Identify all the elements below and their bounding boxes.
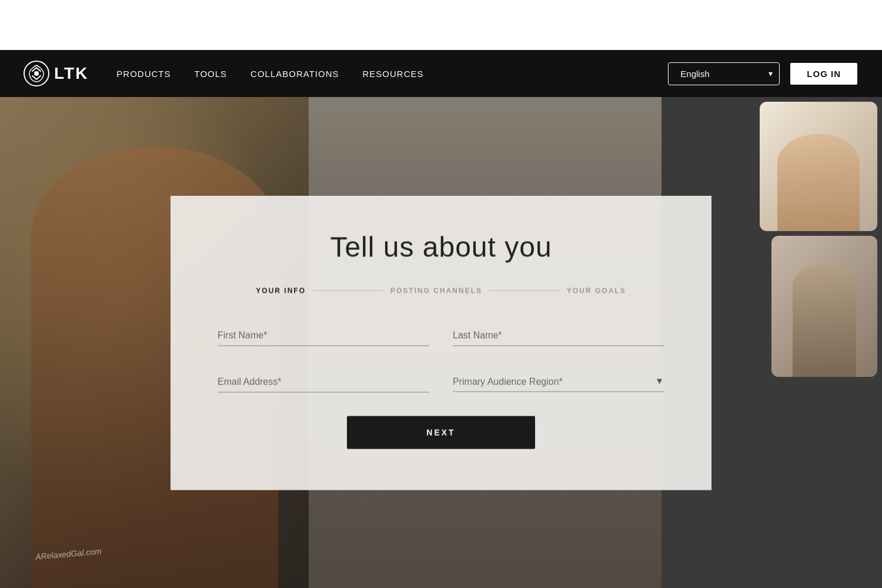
first-name-field <box>218 323 429 346</box>
logo-text: LTK <box>54 64 88 83</box>
language-select[interactable]: English Spanish French German <box>668 62 780 85</box>
last-name-input[interactable] <box>453 323 664 346</box>
hero-section: ARelaxedGal.com Tell us about you YOUR I… <box>0 97 882 588</box>
step-line-2 <box>489 290 560 291</box>
registration-form: Tell us about you YOUR INFO POSTING CHAN… <box>171 195 711 490</box>
last-name-field <box>453 323 664 346</box>
next-button[interactable]: NEXT <box>347 416 535 449</box>
step-line-1 <box>313 290 383 291</box>
step-your-info: YOUR INFO <box>256 286 306 295</box>
form-title: Tell us about you <box>218 230 664 263</box>
logo[interactable]: LTK <box>24 61 88 86</box>
language-selector-wrapper: English Spanish French German <box>668 62 780 85</box>
email-input[interactable] <box>218 369 429 392</box>
nav-link-tools[interactable]: TOOLS <box>195 69 228 79</box>
step-label-your-goals: YOUR GOALS <box>567 286 626 295</box>
photo-card-bottom <box>771 236 877 377</box>
navbar: LTK PRODUCTS TOOLS COLLABORATIONS RESOUR… <box>0 50 882 97</box>
audience-region-field: Primary Audience Region* North America E… <box>453 369 664 392</box>
audience-region-wrapper: Primary Audience Region* North America E… <box>453 369 664 392</box>
form-steps: YOUR INFO POSTING CHANNELS YOUR GOALS <box>218 286 664 295</box>
audience-region-select[interactable]: Primary Audience Region* North America E… <box>453 369 664 392</box>
step-label-posting-channels: POSTING CHANNELS <box>390 286 482 295</box>
nav-link-products[interactable]: PRODUCTS <box>116 69 171 79</box>
form-row-name <box>218 323 664 346</box>
email-field <box>218 369 429 392</box>
step-posting-channels: POSTING CHANNELS <box>390 286 482 295</box>
ltk-logo-icon <box>24 61 49 86</box>
photo-card-top <box>760 102 877 231</box>
first-name-input[interactable] <box>218 323 429 346</box>
svg-point-1 <box>34 71 39 76</box>
nav-link-collaborations[interactable]: COLLABORATIONS <box>250 69 339 79</box>
login-button[interactable]: LOG IN <box>789 62 858 86</box>
step-your-goals: YOUR GOALS <box>567 286 626 295</box>
step-label-your-info: YOUR INFO <box>256 286 306 295</box>
navbar-right: English Spanish French German LOG IN <box>668 62 858 86</box>
nav-links: PRODUCTS TOOLS COLLABORATIONS RESOURCES <box>116 69 423 79</box>
nav-link-resources[interactable]: RESOURCES <box>363 69 424 79</box>
top-bar <box>0 0 882 50</box>
form-row-contact: Primary Audience Region* North America E… <box>218 369 664 392</box>
navbar-left: LTK PRODUCTS TOOLS COLLABORATIONS RESOUR… <box>24 61 424 86</box>
